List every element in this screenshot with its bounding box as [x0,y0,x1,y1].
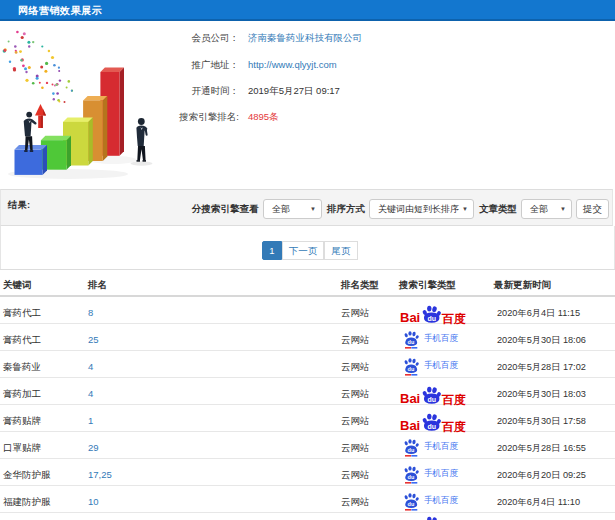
svg-text:du: du [427,396,436,403]
svg-text:du: du [408,447,415,453]
svg-text:手机百度: 手机百度 [424,441,459,451]
svg-text:Bai: Bai [400,391,420,406]
svg-text:手机百度: 手机百度 [424,495,459,505]
svg-text:手机百度: 手机百度 [424,333,459,343]
svg-text:du: du [427,423,436,430]
svg-text:手机百度: 手机百度 [424,360,459,370]
svg-text:Bai: Bai [400,418,420,433]
svg-text:du: du [408,366,415,372]
svg-text:du: du [408,339,415,345]
svg-text:Bai: Bai [400,310,420,325]
svg-text:du: du [408,474,415,480]
svg-text:手机百度: 手机百度 [424,468,459,478]
svg-text:du: du [408,501,415,507]
svg-text:du: du [427,315,436,322]
